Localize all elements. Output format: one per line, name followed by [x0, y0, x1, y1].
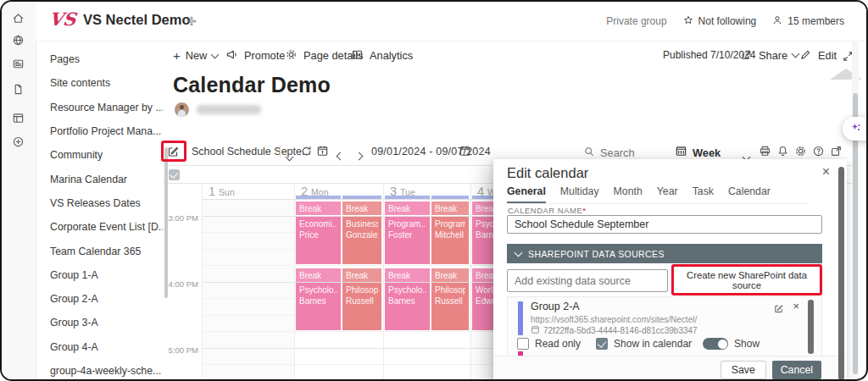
time-label: 4:00 PM: [164, 279, 198, 289]
calendar-event[interactable]: Break: [342, 268, 381, 282]
site-title[interactable]: VS Nectel Demo: [83, 12, 191, 28]
sidebar-item-group-4-a[interactable]: Group 4-A: [36, 335, 163, 359]
sidebar-item-vs-releases-dates[interactable]: VS Releases Dates: [36, 191, 163, 215]
grid-line: [383, 183, 384, 379]
source-list-scrollbar[interactable]: [808, 300, 814, 354]
author-name-blurred[interactable]: [197, 105, 261, 114]
dialog-scrollbar[interactable]: [838, 167, 844, 380]
copilot-button[interactable]: [843, 117, 868, 141]
tab-general[interactable]: General: [507, 185, 546, 203]
tab-multiday[interactable]: Multiday: [560, 185, 599, 203]
calendar-event[interactable]: Break: [296, 268, 341, 282]
calendar-event[interactable]: Program...Mitchell: [431, 217, 469, 265]
allday-event[interactable]: [342, 196, 381, 199]
grid-line: [294, 183, 295, 379]
calendar-event[interactable]: Break: [296, 202, 341, 215]
calendar-event[interactable]: Psycholo...Barnes: [296, 283, 341, 330]
document-icon[interactable]: [12, 83, 25, 97]
search-box[interactable]: Search: [583, 146, 635, 160]
sidebar-item-group-1-a[interactable]: Group 1-A: [36, 263, 163, 287]
sidebar: PagesSite contentsResource Manager by ..…: [36, 41, 163, 379]
calendar-event[interactable]: Psycholo...Barnes: [385, 283, 430, 330]
edit-source-icon[interactable]: [773, 302, 784, 318]
members-button[interactable]: 15 members: [771, 14, 844, 29]
calendar-event[interactable]: Break: [431, 202, 469, 215]
today-icon[interactable]: [316, 145, 329, 161]
date-range[interactable]: 09/01/2024 - 09/07/2024: [371, 146, 491, 157]
help-icon[interactable]: [812, 145, 826, 158]
edit-calendar-dialog: Edit calendar × GeneralMultidayMonthYear…: [493, 159, 847, 381]
calendar-event[interactable]: Business...Gonzalez: [342, 217, 381, 265]
site-badge-icon: [186, 14, 197, 30]
select-all-checkbox[interactable]: [169, 169, 180, 180]
tab-month[interactable]: Month: [614, 185, 643, 203]
edit-calendar-icon[interactable]: [166, 145, 180, 162]
analytics-button[interactable]: Analytics: [351, 48, 413, 62]
refresh-icon[interactable]: [300, 145, 313, 161]
show-toggle[interactable]: [703, 338, 728, 350]
calendar-event[interactable]: Philosop...Russell: [342, 283, 381, 330]
calendar-event[interactable]: Philosop...Russell: [431, 283, 469, 330]
view-selector[interactable]: Week: [675, 145, 721, 160]
gear-icon[interactable]: [794, 145, 808, 158]
sidebar-item-site-contents[interactable]: Site contents: [36, 71, 163, 95]
calendar-event[interactable]: Break: [385, 268, 430, 282]
tab-calendar[interactable]: Calendar: [728, 185, 771, 203]
sidebar-item-resource-manager-by[interactable]: Resource Manager by ...: [36, 96, 163, 119]
allday-event[interactable]: [296, 196, 341, 199]
privacy-label: Private group: [606, 15, 666, 27]
printer-icon[interactable]: [759, 145, 772, 158]
allday-event[interactable]: [385, 196, 430, 199]
sidebar-item-portfolio-project-mana[interactable]: Portfolio Project Mana...: [36, 119, 163, 143]
calendar-event[interactable]: Break: [342, 202, 381, 215]
tab-year[interactable]: Year: [657, 185, 678, 203]
sidebar-item-corporate-event-list-d[interactable]: Corporate Event List [D...: [36, 215, 163, 239]
add-icon[interactable]: [12, 135, 25, 149]
calendar-event[interactable]: Program...Foster: [385, 217, 430, 265]
promote-button[interactable]: Promote: [225, 48, 285, 62]
suite-header: VS VS Nectel Demo Private group Not foll…: [36, 2, 866, 41]
new-button[interactable]: + New: [173, 48, 218, 63]
globe-icon[interactable]: [12, 34, 25, 47]
chevron-down-icon[interactable]: [287, 148, 292, 163]
sidebar-item-community[interactable]: Community: [36, 143, 163, 167]
save-button[interactable]: Save: [721, 361, 766, 379]
calendar-event[interactable]: Break: [431, 268, 469, 282]
home-icon[interactable]: [12, 12, 25, 25]
popout-icon[interactable]: [830, 145, 843, 158]
sidebar-item-group-2-a[interactable]: Group 2-A: [36, 287, 163, 311]
sidebar-item-group-3-a[interactable]: Group 3-A: [36, 311, 163, 334]
annotation-box-create-button: [671, 264, 822, 295]
show-in-calendar-checkbox[interactable]: [596, 338, 608, 350]
grid-line: [202, 183, 203, 379]
next-week-icon[interactable]: [356, 147, 362, 163]
cancel-button[interactable]: Cancel: [772, 361, 821, 379]
bell-icon[interactable]: [776, 145, 790, 158]
close-icon[interactable]: ×: [822, 164, 830, 179]
calendar-name-input[interactable]: [507, 215, 822, 234]
calendar-event[interactable]: Break: [385, 202, 430, 215]
tab-task[interactable]: Task: [693, 185, 714, 203]
allday-event[interactable]: [431, 196, 469, 199]
edit-page-button[interactable]: Edit: [799, 48, 837, 62]
read-only-checkbox[interactable]: [517, 338, 529, 350]
prev-week-icon[interactable]: [337, 147, 343, 163]
calendar-event[interactable]: Economi...Price: [296, 217, 341, 265]
sidebar-item-group-4a-weekly-sche[interactable]: group-4a-weekly-sche...: [36, 359, 163, 381]
calendar-picker-icon[interactable]: [459, 145, 471, 161]
sidebar-item-pages[interactable]: Pages: [36, 47, 163, 71]
remove-source-icon[interactable]: ×: [793, 300, 799, 312]
library-icon[interactable]: [12, 112, 25, 125]
add-data-source-input[interactable]: [507, 269, 668, 292]
sidebar-scrollbar[interactable]: [164, 147, 168, 298]
plus-icon: +: [173, 48, 181, 63]
sharepoint-data-sources-section[interactable]: SHAREPOINT DATA SOURCES: [507, 244, 822, 263]
sidebar-item-marina-calendar[interactable]: Marina Calendar: [36, 167, 163, 190]
author-avatar[interactable]: [175, 102, 189, 117]
share-button[interactable]: Share: [740, 48, 798, 62]
sidebar-item-team-calendar-365[interactable]: Team Calendar 365: [36, 239, 163, 262]
follow-button[interactable]: Not following: [682, 14, 757, 29]
bar-chart-icon: [351, 48, 364, 62]
site-logo[interactable]: VS: [48, 8, 77, 30]
news-icon[interactable]: [12, 58, 25, 71]
